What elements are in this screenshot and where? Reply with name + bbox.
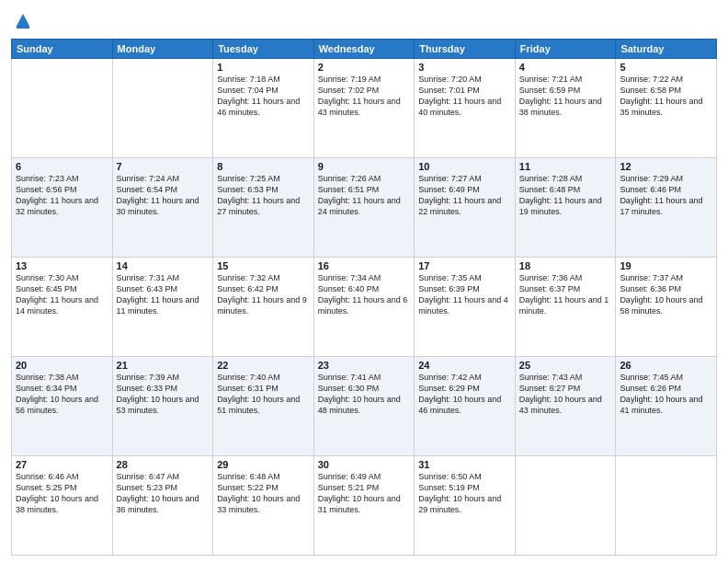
day-number: 23 xyxy=(318,360,411,371)
calendar-cell xyxy=(12,59,113,158)
day-number: 16 xyxy=(318,260,411,271)
day-number: 20 xyxy=(16,360,108,371)
calendar-header-thursday: Thursday xyxy=(415,40,516,59)
day-info: Sunrise: 7:38 AMSunset: 6:34 PMDaylight:… xyxy=(16,372,108,417)
day-info: Sunrise: 7:24 AMSunset: 6:54 PMDaylight:… xyxy=(117,173,210,218)
calendar-cell: 4Sunrise: 7:21 AMSunset: 6:59 PMDaylight… xyxy=(515,59,616,158)
day-info: Sunrise: 7:26 AMSunset: 6:51 PMDaylight:… xyxy=(318,173,411,218)
day-info: Sunrise: 6:48 AMSunset: 5:22 PMDaylight:… xyxy=(217,471,310,516)
calendar-cell: 24Sunrise: 7:42 AMSunset: 6:29 PMDayligh… xyxy=(415,357,516,456)
calendar-cell: 21Sunrise: 7:39 AMSunset: 6:33 PMDayligh… xyxy=(112,357,213,456)
day-info: Sunrise: 7:34 AMSunset: 6:40 PMDaylight:… xyxy=(318,272,411,317)
day-number: 2 xyxy=(318,62,411,73)
calendar-header-row: SundayMondayTuesdayWednesdayThursdayFrid… xyxy=(12,40,717,59)
calendar-cell xyxy=(515,456,616,556)
svg-marker-0 xyxy=(17,14,29,26)
day-info: Sunrise: 7:28 AMSunset: 6:48 PMDaylight:… xyxy=(519,173,612,218)
calendar-cell: 22Sunrise: 7:40 AMSunset: 6:31 PMDayligh… xyxy=(213,357,314,456)
calendar-table: SundayMondayTuesdayWednesdayThursdayFrid… xyxy=(11,39,717,556)
calendar-header-sunday: Sunday xyxy=(12,40,113,59)
calendar-cell: 11Sunrise: 7:28 AMSunset: 6:48 PMDayligh… xyxy=(515,158,616,258)
calendar-cell: 9Sunrise: 7:26 AMSunset: 6:51 PMDaylight… xyxy=(313,158,415,258)
calendar-cell: 3Sunrise: 7:20 AMSunset: 7:01 PMDaylight… xyxy=(415,59,516,158)
day-number: 27 xyxy=(16,459,108,470)
calendar-week-row: 20Sunrise: 7:38 AMSunset: 6:34 PMDayligh… xyxy=(12,357,717,456)
day-info: Sunrise: 7:40 AMSunset: 6:31 PMDaylight:… xyxy=(217,372,310,417)
day-info: Sunrise: 7:29 AMSunset: 6:46 PMDaylight:… xyxy=(620,173,712,218)
day-info: Sunrise: 7:27 AMSunset: 6:49 PMDaylight:… xyxy=(418,173,511,218)
calendar-cell: 30Sunrise: 6:49 AMSunset: 5:21 PMDayligh… xyxy=(313,456,415,556)
day-info: Sunrise: 7:43 AMSunset: 6:27 PMDaylight:… xyxy=(519,372,612,417)
day-number: 24 xyxy=(418,360,511,371)
calendar-cell: 23Sunrise: 7:41 AMSunset: 6:30 PMDayligh… xyxy=(313,357,415,456)
day-info: Sunrise: 7:30 AMSunset: 6:45 PMDaylight:… xyxy=(16,272,108,317)
day-number: 19 xyxy=(620,260,712,271)
day-info: Sunrise: 7:45 AMSunset: 6:26 PMDaylight:… xyxy=(620,372,712,417)
day-number: 3 xyxy=(418,62,511,73)
day-number: 8 xyxy=(217,161,310,172)
calendar-cell: 25Sunrise: 7:43 AMSunset: 6:27 PMDayligh… xyxy=(515,357,616,456)
calendar-cell: 7Sunrise: 7:24 AMSunset: 6:54 PMDaylight… xyxy=(112,158,213,258)
calendar-cell: 5Sunrise: 7:22 AMSunset: 6:58 PMDaylight… xyxy=(616,59,717,158)
day-number: 11 xyxy=(519,161,612,172)
calendar-cell: 10Sunrise: 7:27 AMSunset: 6:49 PMDayligh… xyxy=(415,158,516,258)
calendar-week-row: 13Sunrise: 7:30 AMSunset: 6:45 PMDayligh… xyxy=(12,258,717,357)
calendar-header-monday: Monday xyxy=(112,40,213,59)
day-info: Sunrise: 7:35 AMSunset: 6:39 PMDaylight:… xyxy=(418,272,511,317)
calendar-cell: 6Sunrise: 7:23 AMSunset: 6:56 PMDaylight… xyxy=(12,158,113,258)
day-info: Sunrise: 7:36 AMSunset: 6:37 PMDaylight:… xyxy=(519,272,612,317)
logo-icon xyxy=(13,9,33,29)
calendar-cell: 13Sunrise: 7:30 AMSunset: 6:45 PMDayligh… xyxy=(12,258,113,357)
day-info: Sunrise: 7:23 AMSunset: 6:56 PMDaylight:… xyxy=(16,173,108,218)
day-number: 14 xyxy=(117,260,210,271)
calendar-header-friday: Friday xyxy=(515,40,616,59)
day-info: Sunrise: 7:18 AMSunset: 7:04 PMDaylight:… xyxy=(217,74,310,119)
calendar-cell: 12Sunrise: 7:29 AMSunset: 6:46 PMDayligh… xyxy=(616,158,717,258)
day-info: Sunrise: 7:25 AMSunset: 6:53 PMDaylight:… xyxy=(217,173,310,218)
day-info: Sunrise: 7:41 AMSunset: 6:30 PMDaylight:… xyxy=(318,372,411,417)
day-info: Sunrise: 7:42 AMSunset: 6:29 PMDaylight:… xyxy=(418,372,511,417)
calendar-cell: 29Sunrise: 6:48 AMSunset: 5:22 PMDayligh… xyxy=(213,456,314,556)
logo xyxy=(11,9,33,31)
calendar-cell: 27Sunrise: 6:46 AMSunset: 5:25 PMDayligh… xyxy=(12,456,113,556)
day-info: Sunrise: 6:47 AMSunset: 5:23 PMDaylight:… xyxy=(117,471,210,516)
day-info: Sunrise: 7:20 AMSunset: 7:01 PMDaylight:… xyxy=(418,74,511,119)
calendar-cell: 17Sunrise: 7:35 AMSunset: 6:39 PMDayligh… xyxy=(415,258,516,357)
day-number: 28 xyxy=(117,459,210,470)
day-number: 15 xyxy=(217,260,310,271)
day-info: Sunrise: 6:49 AMSunset: 5:21 PMDaylight:… xyxy=(318,471,411,516)
day-number: 1 xyxy=(217,62,310,73)
day-info: Sunrise: 7:39 AMSunset: 6:33 PMDaylight:… xyxy=(117,372,210,417)
day-number: 21 xyxy=(117,360,210,371)
calendar-cell: 15Sunrise: 7:32 AMSunset: 6:42 PMDayligh… xyxy=(213,258,314,357)
day-number: 12 xyxy=(620,161,712,172)
day-info: Sunrise: 7:32 AMSunset: 6:42 PMDaylight:… xyxy=(217,272,310,317)
calendar-cell: 20Sunrise: 7:38 AMSunset: 6:34 PMDayligh… xyxy=(12,357,113,456)
day-info: Sunrise: 7:22 AMSunset: 6:58 PMDaylight:… xyxy=(620,74,712,119)
day-number: 25 xyxy=(519,360,612,371)
calendar-cell: 19Sunrise: 7:37 AMSunset: 6:36 PMDayligh… xyxy=(616,258,717,357)
calendar-cell: 31Sunrise: 6:50 AMSunset: 5:19 PMDayligh… xyxy=(415,456,516,556)
day-number: 29 xyxy=(217,459,310,470)
day-info: Sunrise: 7:19 AMSunset: 7:02 PMDaylight:… xyxy=(318,74,411,119)
day-number: 7 xyxy=(117,161,210,172)
calendar-cell: 18Sunrise: 7:36 AMSunset: 6:37 PMDayligh… xyxy=(515,258,616,357)
page: SundayMondayTuesdayWednesdayThursdayFrid… xyxy=(0,0,728,563)
day-info: Sunrise: 7:31 AMSunset: 6:43 PMDaylight:… xyxy=(117,272,210,317)
calendar-week-row: 27Sunrise: 6:46 AMSunset: 5:25 PMDayligh… xyxy=(12,456,717,556)
svg-rect-1 xyxy=(17,26,29,29)
calendar-cell xyxy=(616,456,717,556)
calendar-cell: 16Sunrise: 7:34 AMSunset: 6:40 PMDayligh… xyxy=(313,258,415,357)
day-number: 18 xyxy=(519,260,612,271)
calendar-cell: 8Sunrise: 7:25 AMSunset: 6:53 PMDaylight… xyxy=(213,158,314,258)
day-number: 26 xyxy=(620,360,712,371)
day-number: 9 xyxy=(318,161,411,172)
calendar-header-tuesday: Tuesday xyxy=(213,40,314,59)
header xyxy=(11,9,717,31)
day-number: 4 xyxy=(519,62,612,73)
calendar-cell: 14Sunrise: 7:31 AMSunset: 6:43 PMDayligh… xyxy=(112,258,213,357)
calendar-header-saturday: Saturday xyxy=(616,40,717,59)
day-number: 30 xyxy=(318,459,411,470)
day-number: 5 xyxy=(620,62,712,73)
calendar-cell xyxy=(112,59,213,158)
